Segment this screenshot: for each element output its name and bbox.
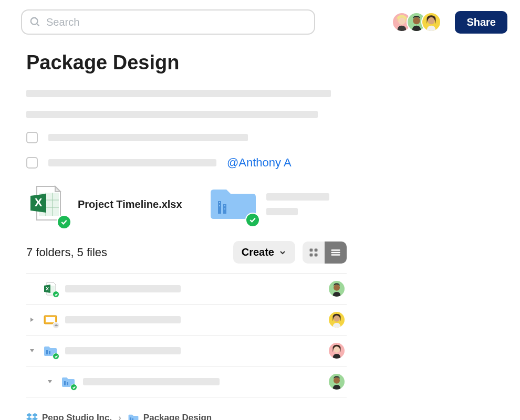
disclosure-toggle[interactable]	[46, 379, 54, 384]
owner-avatar[interactable]	[329, 281, 345, 297]
skeleton-line	[65, 285, 181, 292]
avatar-stack	[392, 12, 441, 32]
svg-marker-35	[48, 380, 52, 383]
svg-rect-14	[219, 205, 220, 206]
disclosure-toggle[interactable]	[28, 317, 36, 322]
grid-view-button[interactable]	[303, 242, 325, 264]
skeleton-line	[48, 159, 216, 166]
skeleton-line	[26, 90, 331, 97]
svg-rect-18	[315, 248, 318, 251]
breadcrumb: Pepo Studio Inc. › Package Design	[26, 397, 347, 420]
svg-point-3	[413, 17, 421, 25]
skeleton-line	[26, 111, 318, 118]
folder-icon	[61, 374, 76, 389]
skeleton-line	[266, 208, 298, 215]
page-title: Package Design	[26, 51, 347, 74]
file-list: X	[26, 273, 347, 397]
todo-row	[26, 132, 347, 143]
mention-link[interactable]: @Anthony A	[227, 156, 292, 170]
checkbox[interactable]	[26, 157, 38, 169]
folder-preview[interactable]	[209, 184, 329, 224]
sync-badge-icon	[70, 384, 77, 391]
svg-point-26	[334, 285, 340, 291]
svg-point-0	[31, 18, 38, 25]
grid-icon	[308, 247, 319, 258]
folder-icon	[128, 413, 139, 420]
svg-line-1	[37, 24, 39, 26]
breadcrumb-current[interactable]: Package Design	[128, 413, 212, 420]
view-toggle	[303, 242, 347, 264]
file-preview[interactable]: X Project Timeline.xlsx	[26, 182, 182, 226]
chevron-down-icon	[278, 248, 287, 257]
check-badge-icon	[57, 215, 71, 229]
owner-avatar[interactable]	[329, 312, 345, 328]
dropbox-icon	[26, 412, 38, 420]
todo-row: @Anthony A	[26, 156, 347, 170]
file-row[interactable]	[26, 335, 347, 366]
file-row[interactable]	[26, 304, 347, 335]
disclosure-toggle[interactable]	[28, 348, 36, 353]
excel-file-icon: X	[26, 182, 68, 226]
svg-text:X: X	[35, 196, 43, 209]
list-icon	[330, 247, 341, 258]
checkbox[interactable]	[26, 132, 38, 143]
svg-rect-36	[64, 381, 66, 385]
owner-avatar[interactable]	[329, 343, 345, 359]
svg-rect-37	[67, 382, 68, 385]
file-row[interactable]: X	[26, 273, 347, 304]
avatar[interactable]	[421, 12, 441, 32]
skeleton-line	[65, 347, 181, 354]
file-preview-label: Project Timeline.xlsx	[78, 198, 182, 211]
search-box[interactable]	[21, 9, 315, 35]
list-view-button[interactable]	[325, 242, 347, 264]
svg-rect-39	[130, 417, 131, 420]
skeleton-line	[48, 134, 248, 141]
share-button[interactable]: Share	[455, 11, 507, 34]
counts-text: 7 folders, 5 files	[26, 246, 226, 259]
search-icon	[29, 16, 41, 28]
svg-marker-31	[30, 349, 34, 352]
cloud-badge-icon	[53, 322, 59, 329]
owner-avatar[interactable]	[329, 374, 345, 390]
preview-row: X Project Timeline.xlsx	[26, 182, 347, 226]
excel-file-icon: X	[43, 281, 58, 296]
svg-point-38	[334, 377, 340, 384]
slides-file-icon	[43, 312, 58, 327]
svg-rect-29	[46, 317, 55, 322]
main-content: Package Design @Anthony A X	[0, 35, 368, 420]
svg-rect-33	[49, 351, 50, 354]
create-button[interactable]: Create	[233, 241, 295, 264]
svg-rect-32	[46, 350, 48, 354]
svg-rect-20	[315, 253, 318, 256]
breadcrumb-separator: ›	[118, 413, 121, 420]
sync-badge-icon	[53, 291, 59, 298]
svg-rect-17	[310, 248, 313, 251]
folder-icon	[43, 343, 58, 358]
breadcrumb-root[interactable]: Pepo Studio Inc.	[26, 412, 112, 420]
svg-rect-15	[224, 205, 225, 206]
file-row[interactable]	[26, 366, 347, 397]
check-badge-icon	[245, 213, 260, 227]
skeleton-line	[266, 193, 329, 201]
search-input[interactable]	[46, 16, 307, 28]
skeleton-line	[65, 316, 181, 323]
folder-icon	[209, 184, 257, 224]
svg-rect-16	[224, 208, 225, 209]
sync-badge-icon	[53, 353, 59, 360]
svg-marker-27	[30, 318, 34, 322]
skeleton-line	[83, 378, 220, 385]
svg-rect-13	[219, 202, 220, 203]
svg-rect-19	[310, 253, 313, 256]
summary-row: 7 folders, 5 files Create	[26, 241, 347, 264]
top-bar: Share	[0, 0, 520, 35]
svg-text:X: X	[46, 286, 49, 291]
